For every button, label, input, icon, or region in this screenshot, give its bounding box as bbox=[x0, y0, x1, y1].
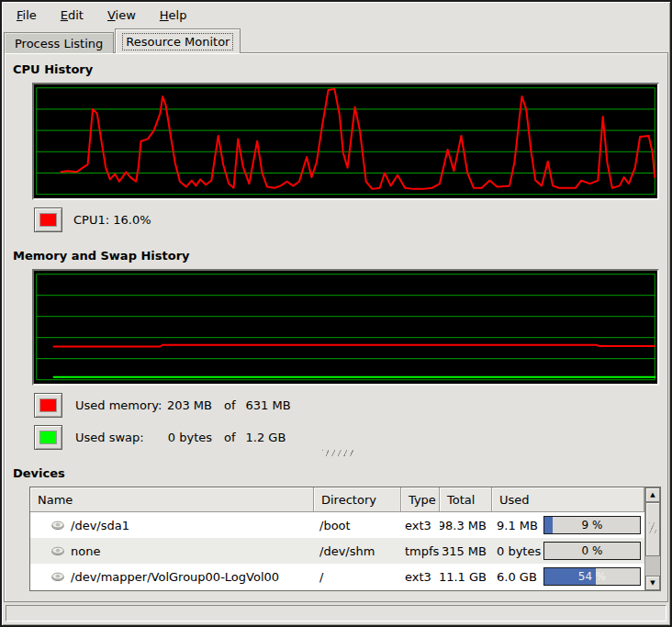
scroll-down-button[interactable]: ▼ bbox=[645, 576, 660, 590]
statusbar bbox=[6, 605, 666, 621]
device-total: 98.3 MB bbox=[440, 512, 492, 538]
menu-file[interactable]: File bbox=[7, 5, 46, 26]
memory-used-value: 203 MB bbox=[164, 398, 212, 412]
tab-label: Resource Monitor bbox=[122, 33, 233, 50]
tab-label: Process Listing bbox=[11, 35, 106, 52]
column-header-label: Used bbox=[499, 493, 530, 507]
swap-legend-label: Used swap: bbox=[75, 431, 164, 444]
disk-icon bbox=[50, 569, 65, 584]
device-used-value: 0 bytes bbox=[492, 544, 542, 558]
disk-icon bbox=[50, 518, 65, 532]
device-row-dev-mapper-volgroup00-logvol00[interactable]: /dev/mapper/VolGroup00-LogVol00/ext311.1… bbox=[30, 564, 644, 589]
device-used-value: 6.0 GB bbox=[492, 570, 542, 584]
cpu-legend-label: CPU1: 16.0% bbox=[73, 213, 151, 227]
devices-table-header: NameDirectoryTypeTotalUsed bbox=[30, 487, 644, 512]
column-header-directory[interactable]: Directory bbox=[314, 487, 401, 512]
pane-resize-handle[interactable] bbox=[322, 450, 355, 456]
device-name-cell: /dev/mapper/VolGroup00-LogVol00 bbox=[30, 564, 314, 589]
devices-table-viewport: NameDirectoryTypeTotalUsed /dev/sda1/boo… bbox=[30, 487, 644, 590]
menu-view[interactable]: View bbox=[98, 5, 145, 26]
device-used-cell: 9.1 MB9 % bbox=[492, 512, 644, 538]
column-header-type[interactable]: Type bbox=[401, 487, 440, 512]
devices-table: NameDirectoryTypeTotalUsed /dev/sda1/boo… bbox=[29, 487, 661, 591]
device-row-none[interactable]: none/dev/shmtmpfs315 MB0 bytes0 % bbox=[30, 538, 644, 564]
device-used-value: 9.1 MB bbox=[492, 519, 542, 532]
usage-percent-label: 54 % bbox=[544, 568, 640, 585]
usage-percent-label: 0 % bbox=[544, 543, 640, 559]
usage-percent-label: 9 % bbox=[544, 517, 640, 533]
resource-monitor-panel: CPU History CPU1: 16.0% Memory and Swap … bbox=[4, 52, 668, 602]
tab-process-listing[interactable]: Process Listing bbox=[4, 32, 114, 53]
device-used-cell: 0 bytes0 % bbox=[492, 538, 644, 564]
cpu-legend: CPU1: 16.0% bbox=[34, 207, 151, 232]
window-content: FileEditViewHelp Process ListingResource… bbox=[2, 2, 670, 625]
menu-edit[interactable]: Edit bbox=[51, 5, 93, 26]
swap-legend-row: Used swap: 0 bytes of 1.2 GB bbox=[34, 425, 286, 450]
vertical-scrollbar[interactable]: ▲ ▼ bbox=[644, 487, 660, 590]
device-name: none bbox=[71, 544, 100, 558]
tab-resource-monitor[interactable]: Resource Monitor bbox=[115, 28, 241, 53]
device-total: 315 MB bbox=[440, 538, 492, 564]
device-row-dev-sda1[interactable]: /dev/sda1/bootext398.3 MB9.1 MB9 % bbox=[30, 512, 644, 538]
cpu-color-swatch-button[interactable] bbox=[34, 207, 62, 232]
device-name-cell: none bbox=[30, 538, 314, 564]
memory-legend-label: Used memory: bbox=[75, 398, 164, 412]
swap-color-swatch-button[interactable] bbox=[34, 425, 62, 450]
memory-swap-plot bbox=[34, 271, 657, 384]
devices-title: Devices bbox=[13, 466, 65, 480]
device-directory: /boot bbox=[314, 512, 401, 538]
scrollbar-thumb[interactable] bbox=[645, 502, 660, 556]
memory-swap-title: Memory and Swap History bbox=[13, 249, 190, 263]
column-header-label: Directory bbox=[321, 493, 376, 507]
memory-swap-graph bbox=[32, 269, 659, 386]
memory-of-word: of bbox=[224, 398, 236, 412]
column-header-total[interactable]: Total bbox=[440, 487, 492, 512]
device-directory: / bbox=[314, 564, 401, 589]
device-type: tmpfs bbox=[401, 538, 440, 564]
device-name: /dev/sda1 bbox=[71, 519, 129, 532]
usage-progress-bar: 0 % bbox=[543, 542, 641, 560]
scroll-up-button[interactable]: ▲ bbox=[645, 487, 660, 502]
device-type: ext3 bbox=[401, 564, 440, 589]
down-arrow-icon: ▼ bbox=[650, 579, 655, 587]
device-name-cell: /dev/sda1 bbox=[30, 512, 314, 538]
column-header-label: Type bbox=[409, 493, 436, 507]
swap-color-swatch bbox=[39, 431, 57, 444]
device-total: 11.1 GB bbox=[440, 564, 492, 589]
device-used-cell: 6.0 GB54 % bbox=[492, 564, 644, 589]
menu-help[interactable]: Help bbox=[151, 5, 196, 26]
column-header-label: Name bbox=[38, 493, 73, 507]
cpu-history-graph bbox=[32, 83, 659, 200]
menubar: FileEditViewHelp bbox=[4, 3, 668, 28]
column-header-label: Total bbox=[447, 493, 475, 507]
device-type: ext3 bbox=[401, 512, 440, 538]
column-header-name[interactable]: Name bbox=[30, 487, 314, 512]
system-monitor-window: FileEditViewHelp Process ListingResource… bbox=[0, 0, 672, 627]
devices-table-body: /dev/sda1/bootext398.3 MB9.1 MB9 %none/d… bbox=[30, 512, 644, 589]
memory-legend-row: Used memory: 203 MB of 631 MB bbox=[34, 393, 291, 418]
tabbar: Process ListingResource Monitor bbox=[4, 28, 668, 53]
disk-icon bbox=[50, 543, 65, 558]
cpu-history-plot bbox=[34, 84, 657, 198]
column-header-used[interactable]: Used bbox=[492, 487, 644, 512]
swap-of-word: of bbox=[224, 431, 236, 444]
memory-color-swatch-button[interactable] bbox=[34, 393, 62, 418]
device-directory: /dev/shm bbox=[314, 538, 401, 564]
swap-total-value: 1.2 GB bbox=[246, 431, 286, 444]
cpu-color-swatch bbox=[39, 213, 57, 227]
up-arrow-icon: ▲ bbox=[650, 491, 655, 498]
usage-progress-bar: 54 % bbox=[543, 567, 641, 586]
usage-progress-bar: 9 % bbox=[543, 516, 641, 534]
cpu-history-title: CPU History bbox=[13, 62, 93, 76]
device-name: /dev/mapper/VolGroup00-LogVol00 bbox=[71, 570, 279, 584]
memory-total-value: 631 MB bbox=[246, 398, 291, 412]
memory-color-swatch bbox=[39, 398, 57, 412]
swap-used-value: 0 bytes bbox=[164, 431, 212, 444]
